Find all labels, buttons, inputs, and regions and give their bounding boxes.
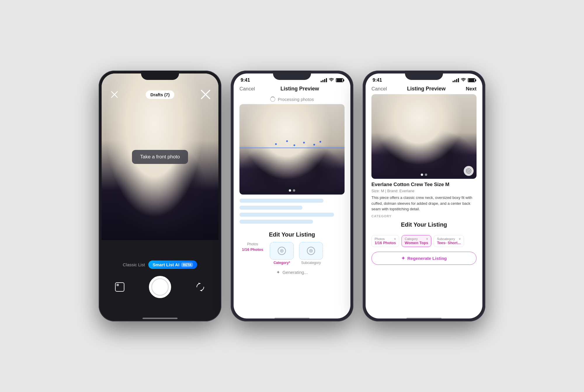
category-tab-icon: [278, 247, 286, 255]
tab-subcategory-filled[interactable]: Subcategory ∨ Tees- Short...: [434, 235, 464, 247]
phone-2-notch: [273, 71, 311, 80]
photos-chevron-icon: ∨: [394, 237, 396, 240]
subcategory-chevron-icon: ∨: [459, 237, 461, 240]
signal-bar-2: [322, 80, 324, 82]
photos-tab-label: Photos: [247, 242, 258, 246]
category-chevron-icon: ∨: [426, 237, 428, 240]
generating-text: Generating...: [282, 270, 308, 275]
category-filled-label: Category: [405, 237, 418, 241]
category-section-label: CATEGORY: [371, 214, 477, 218]
loading-line-4: [239, 220, 313, 224]
photos-filled-value: 1/16 Photos: [375, 241, 396, 245]
cancel-button-3[interactable]: Cancel: [371, 86, 387, 92]
signal-icon-2: [321, 78, 327, 82]
shutter-button[interactable]: [149, 276, 171, 298]
listing-details: Everlane Cotton Crew Tee Size M Size: M …: [366, 179, 482, 221]
signal-bar-4: [326, 78, 327, 82]
signal-icon-3: [453, 78, 459, 82]
photo-prompt-text: Take a front photo: [140, 154, 180, 160]
next-button-3[interactable]: Next: [466, 86, 477, 92]
camera-image: Drafts (7) Take a front photo: [102, 74, 218, 240]
wifi-icon-2: [329, 78, 334, 83]
mode-classic-label[interactable]: Classic List: [123, 262, 145, 267]
edit-listing-section-2: Edit Your Listing Photos 1/16 Photos: [234, 228, 350, 266]
nav-title-2: Listing Preview: [280, 86, 319, 92]
home-indicator-2: [274, 318, 310, 319]
loading-lines: [234, 195, 350, 228]
subcategory-filled-label: Subcategory: [437, 237, 455, 241]
category-tab-box: [270, 242, 294, 260]
loading-line-2: [239, 206, 303, 210]
phone-2-processing: 9:41: [231, 71, 353, 321]
indicator-3-1: [421, 174, 423, 176]
mode-smart-button[interactable]: Smart List AI BETA: [148, 260, 197, 269]
regen-label: Regenerate Listing: [407, 256, 447, 261]
nav-title-3: Listing Preview: [407, 86, 446, 92]
phone-1-camera: Drafts (7) Take a front photo: [99, 71, 221, 321]
battery-fill-2: [337, 79, 342, 82]
battery-fill-3: [469, 79, 474, 82]
tab-photos-filled[interactable]: Photos ∨ 1/16 Photos: [371, 235, 399, 247]
listing-photo-3: [371, 94, 477, 179]
status-time-3: 9:41: [373, 78, 382, 83]
home-indicator-3: [406, 318, 442, 319]
subcategory-tab-filled-box: Subcategory ∨ Tees- Short...: [434, 235, 464, 247]
sparkle-regen-icon: ✦: [401, 256, 405, 261]
generating-bar: ✦ Generating...: [234, 266, 350, 279]
fashion-photo-2: [239, 104, 345, 195]
photos-tab-filled-box: Photos ∨ 1/16 Photos: [371, 235, 399, 247]
tab-photos-2[interactable]: Photos 1/16 Photos: [239, 242, 266, 265]
drafts-badge[interactable]: Drafts (7): [146, 90, 174, 99]
photo-prompt: Take a front photo: [132, 150, 188, 164]
phone-3-notch: [405, 71, 443, 80]
sparkle-generating-icon: ✦: [276, 270, 280, 275]
processing-text: Processing photos: [278, 97, 314, 102]
loading-line-1: [239, 199, 324, 203]
battery-icon-2: [336, 78, 343, 82]
category-filled-value: Women Tops: [405, 241, 428, 245]
edit-title-2: Edit Your Listing: [239, 231, 345, 238]
listing-tabs-filled: Photos ∨ 1/16 Photos Category ∨: [366, 233, 482, 249]
battery-icon-3: [468, 78, 475, 82]
indicator-2: [293, 189, 295, 192]
mode-switcher: Classic List Smart List AI BETA: [123, 260, 197, 269]
tab-category-filled[interactable]: Category ∨ Women Tops: [402, 235, 431, 247]
loading-line-3: [239, 213, 334, 217]
camera-view: Drafts (7) Take a front photo: [102, 74, 218, 318]
phone-1-notch: [141, 71, 179, 80]
listing-photo-2: [239, 104, 345, 195]
wifi-icon-3: [461, 78, 466, 83]
product-title: Everlane Cotton Crew Tee Size M: [371, 182, 477, 188]
phone-1-screen: Drafts (7) Take a front photo: [102, 74, 218, 318]
flip-camera-button[interactable]: [194, 281, 207, 293]
product-meta: Size: M | Brand: Everlane: [371, 189, 477, 193]
camera-edit-button[interactable]: [464, 166, 474, 176]
category-tab-label: Category*: [274, 261, 290, 265]
signal-bar-1: [321, 81, 322, 82]
svg-rect-4: [115, 283, 124, 291]
gallery-button[interactable]: [113, 281, 126, 293]
status-icons-2: [321, 78, 343, 83]
camera-flash-button[interactable]: [200, 89, 211, 100]
spinner-icon: [270, 97, 275, 102]
status-time-2: 9:41: [241, 78, 250, 83]
subcategory-tab-label: Subcategory: [301, 261, 321, 265]
phone-3-screen: 9:41: [366, 74, 482, 318]
listing-screen-processing: 9:41: [234, 74, 350, 318]
tab-category-2[interactable]: Category*: [269, 242, 295, 265]
edit-title-3: Edit Your Listing: [371, 221, 477, 228]
photo-indicators-3: [421, 174, 427, 176]
camera-controls: [113, 276, 207, 298]
signal-bar-3: [324, 79, 325, 82]
phone-3-result: 9:41: [363, 71, 485, 321]
regenerate-button[interactable]: ✦ Regenerate Listing: [371, 252, 477, 265]
svg-rect-5: [117, 284, 119, 286]
tab-subcategory-2[interactable]: Subcategory: [298, 242, 324, 265]
edit-listing-title-area: Edit Your Listing: [366, 221, 482, 233]
svg-point-12: [466, 169, 471, 173]
camera-close-button[interactable]: [109, 89, 120, 100]
camera-bottom: Classic List Smart List AI BETA: [102, 240, 218, 318]
cancel-button-2[interactable]: Cancel: [239, 86, 255, 92]
indicator-3-2: [425, 174, 427, 176]
indicator-1: [289, 189, 291, 192]
